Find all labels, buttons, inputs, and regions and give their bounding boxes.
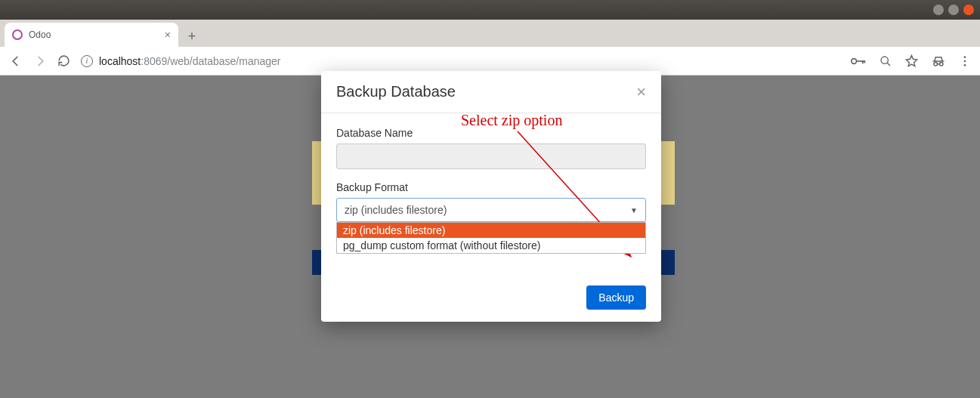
browser-menu-icon[interactable]: [959, 55, 971, 67]
url-path: :8069/web/database/manager: [141, 55, 280, 67]
browser-tab-bar: Odoo × +: [0, 20, 980, 47]
modal-header: Backup Database ×: [321, 71, 661, 113]
annotation-label: Select zip option: [461, 112, 562, 129]
svg-point-8: [964, 60, 966, 62]
window-close-button[interactable]: [963, 5, 974, 15]
modal-title: Backup Database: [336, 83, 456, 100]
selected-format-text: zip (includes filestore): [345, 204, 447, 216]
window-minimize-button[interactable]: [933, 5, 944, 15]
back-button[interactable]: [9, 54, 23, 68]
address-bar[interactable]: i localhost:8069/web/database/manager: [81, 55, 840, 67]
close-tab-icon[interactable]: ×: [165, 29, 171, 41]
odoo-favicon-icon: [12, 29, 23, 40]
browser-tab[interactable]: Odoo ×: [5, 23, 178, 47]
zoom-icon[interactable]: [880, 55, 892, 67]
format-dropdown-list: zip (includes filestore) pg_dump custom …: [336, 222, 646, 254]
chevron-down-icon: ▼: [630, 206, 638, 214]
svg-rect-1: [857, 60, 865, 62]
svg-rect-3: [864, 60, 866, 63]
backup-button[interactable]: Backup: [586, 285, 646, 310]
modal-footer: Backup: [321, 276, 661, 322]
modal-body: Database Name Backup Format zip (include…: [321, 113, 661, 239]
tab-title: Odoo: [29, 29, 159, 40]
svg-point-0: [852, 58, 857, 63]
os-titlebar: [0, 0, 980, 20]
backup-database-modal: Backup Database × Database Name Backup F…: [321, 71, 661, 322]
bookmark-star-icon[interactable]: [905, 54, 918, 67]
forward-button[interactable]: [33, 54, 47, 68]
backup-format-label: Backup Format: [336, 181, 646, 193]
svg-point-4: [881, 57, 888, 63]
svg-point-7: [964, 56, 966, 58]
format-option-zip[interactable]: zip (includes filestore): [337, 223, 645, 238]
window-maximize-button[interactable]: [948, 5, 959, 15]
format-option-pgdump[interactable]: pg_dump custom format (without filestore…: [337, 238, 645, 253]
reload-button[interactable]: [57, 54, 70, 67]
url-host: localhost: [99, 55, 141, 67]
site-info-icon[interactable]: i: [81, 55, 93, 67]
new-tab-button[interactable]: +: [181, 26, 202, 47]
db-name-input[interactable]: [336, 143, 646, 169]
password-key-icon[interactable]: [851, 56, 866, 66]
svg-rect-2: [862, 60, 864, 63]
modal-close-button[interactable]: ×: [636, 84, 646, 100]
svg-point-5: [934, 62, 938, 66]
incognito-icon[interactable]: [932, 55, 945, 67]
svg-point-9: [964, 64, 966, 66]
svg-point-6: [940, 62, 944, 66]
backup-format-select[interactable]: zip (includes filestore) ▼: [336, 198, 646, 222]
